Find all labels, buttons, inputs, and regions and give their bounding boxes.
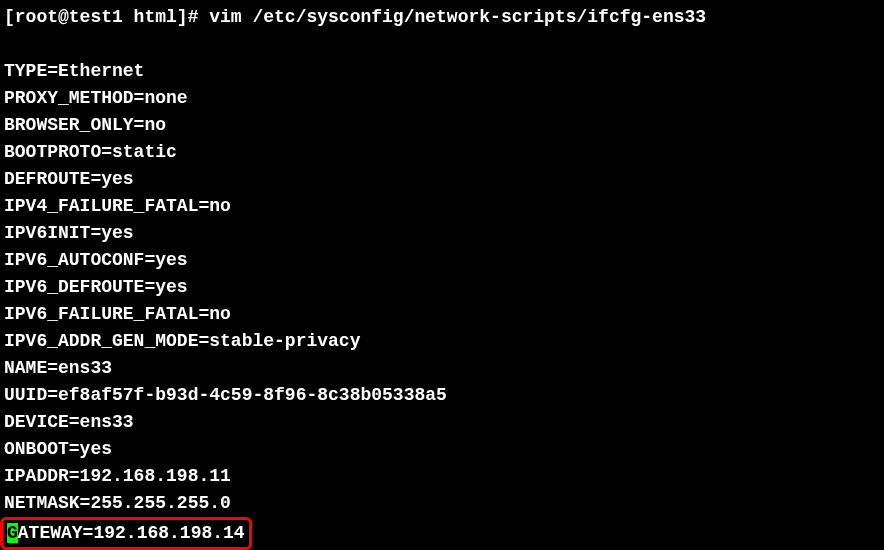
- gateway-text: ATEWAY=192.168.198.14: [18, 523, 245, 543]
- config-line: DEFROUTE=yes: [4, 166, 880, 193]
- config-line: ONBOOT=yes: [4, 436, 880, 463]
- config-line: PROXY_METHOD=none: [4, 85, 880, 112]
- config-line: IPV6_ADDR_GEN_MODE=stable-privacy: [4, 328, 880, 355]
- config-line: IPADDR=192.168.198.11: [4, 463, 880, 490]
- config-line: TYPE=Ethernet: [4, 58, 880, 85]
- highlight-box: GATEWAY=192.168.198.14: [0, 517, 252, 550]
- command-prompt-line: [root@test1 html]# vim /etc/sysconfig/ne…: [4, 4, 880, 31]
- config-line: BROWSER_ONLY=no: [4, 112, 880, 139]
- config-line: IPV6_DEFROUTE=yes: [4, 274, 880, 301]
- terminal-window[interactable]: [root@test1 html]# vim /etc/sysconfig/ne…: [4, 4, 880, 550]
- config-line: IPV6_AUTOCONF=yes: [4, 247, 880, 274]
- config-line: UUID=ef8af57f-b93d-4c59-8f96-8c38b05338a…: [4, 382, 880, 409]
- config-line: IPV6_FAILURE_FATAL=no: [4, 301, 880, 328]
- config-line: NAME=ens33: [4, 355, 880, 382]
- config-line: IPV6INIT=yes: [4, 220, 880, 247]
- cursor-position: G: [7, 523, 18, 543]
- config-line: NETMASK=255.255.255.0: [4, 490, 880, 517]
- config-line: DEVICE=ens33: [4, 409, 880, 436]
- config-line: IPV4_FAILURE_FATAL=no: [4, 193, 880, 220]
- highlighted-gateway-line: GATEWAY=192.168.198.14: [4, 517, 880, 550]
- config-line: BOOTPROTO=static: [4, 139, 880, 166]
- blank-line: [4, 31, 880, 58]
